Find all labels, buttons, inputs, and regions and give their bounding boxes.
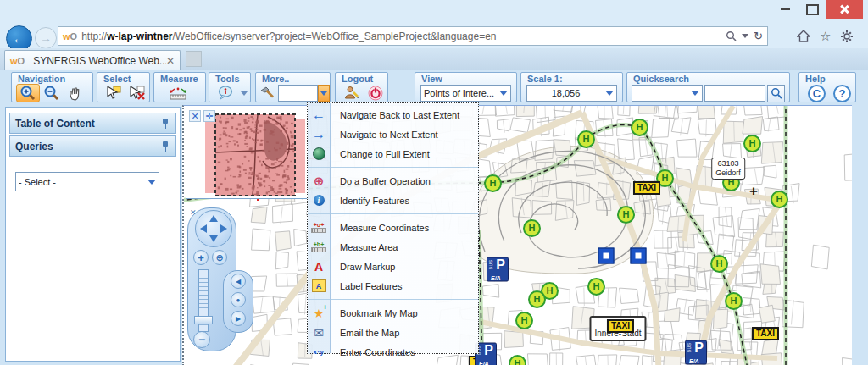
contact-button[interactable]: C (808, 85, 826, 102)
site-favicon: wO (63, 31, 77, 41)
bus-stop-marker[interactable]: H (515, 312, 533, 329)
tab-close-icon[interactable]: ✕ (166, 55, 175, 67)
menu-item-measure-area[interactable]: Measure Area (308, 237, 478, 257)
tools-dropdown-icon[interactable] (241, 91, 248, 96)
menu-item-bookmark[interactable]: Bookmark My Map (308, 303, 478, 323)
taxi-stand-marker[interactable]: TAXI (752, 327, 779, 340)
menu-item-label: Change to Full Extent (340, 149, 430, 159)
browser-tab[interactable]: wO SYNERGIS WebOffice Web... ✕ (4, 50, 181, 70)
forward-button[interactable]: → (35, 27, 57, 49)
bus-stop-marker[interactable]: H (528, 290, 546, 308)
menu-item-buffer[interactable]: Do a Buffer Operation (308, 171, 478, 191)
toolbar-section-quicksearch: Quicksearch (626, 72, 790, 102)
pan-up-icon[interactable] (209, 215, 218, 222)
toolbar-section-logout: Logout (335, 72, 388, 102)
bus-stop-marker[interactable]: H (631, 119, 648, 136)
user-login-button[interactable] (340, 84, 364, 102)
favorites-star-icon[interactable]: ☆ (820, 29, 831, 44)
full-extent-pad-button[interactable]: ⊕ (212, 250, 227, 265)
toolbar-section-scale: Scale 1: 18,056 (520, 72, 623, 102)
settings-gear-icon[interactable] (840, 30, 854, 43)
maximize-icon[interactable] (800, 0, 824, 19)
toolbar-section-help: Help C ? (798, 72, 856, 102)
previous-extent-pad-button[interactable]: ◀ (231, 274, 246, 289)
zoom-out-pad-button[interactable]: − (193, 331, 210, 348)
menu-item-navigate-next[interactable]: Navigate to Next Extent (308, 124, 478, 144)
next-extent-pad-button[interactable]: ▶ (231, 311, 246, 326)
bus-stop-marker[interactable]: H (523, 219, 541, 237)
bus-stop-marker[interactable]: H (743, 135, 761, 152)
menu-item-draw-markup[interactable]: Draw Markup (308, 257, 478, 276)
info-balloon-button[interactable] (214, 84, 237, 102)
pin-icon[interactable] (160, 118, 170, 130)
home-icon[interactable] (797, 30, 810, 42)
toolbar-section-select: Select (97, 72, 150, 102)
url-text: http://w-lap-wintner/WebOffice/synserver… (81, 30, 496, 42)
taxi-stand-marker[interactable]: TAXI (633, 181, 660, 195)
more-dropdown-button[interactable] (318, 85, 330, 102)
minimize-icon[interactable] (773, 0, 797, 19)
station-marker[interactable] (631, 248, 647, 264)
bus-stop-marker[interactable]: H (771, 191, 788, 208)
logout-power-button[interactable] (364, 84, 387, 102)
quicksearch-category-select[interactable] (632, 85, 703, 102)
zoom-slider-handle[interactable] (194, 316, 213, 324)
measure-line-button[interactable] (166, 84, 190, 102)
email-icon (308, 326, 330, 340)
bus-stop-marker[interactable]: H (617, 206, 635, 224)
tab-title: SYNERGIS WebOffice Web... (33, 55, 166, 67)
bus-stop-marker[interactable]: H (587, 278, 605, 296)
address-bar[interactable]: wO http://w-lap-wintner/WebOffice/synser… (58, 26, 768, 46)
search-icon[interactable] (726, 30, 737, 41)
menu-item-navigate-back[interactable]: Navigate Back to Last Extent (308, 105, 478, 124)
pan-down-icon[interactable] (209, 235, 218, 242)
panel-header-table-of-content[interactable]: Table of Content (9, 113, 176, 134)
select-features-button[interactable] (102, 84, 125, 102)
navwidget-close-icon[interactable]: ✕ (190, 208, 197, 217)
center-pad-button[interactable]: ● (231, 292, 246, 307)
view-select[interactable]: Points of Intere... (420, 85, 511, 102)
bus-stop-marker[interactable]: H (725, 292, 743, 310)
zoom-in-button[interactable] (16, 84, 40, 102)
zoom-out-button[interactable] (40, 84, 64, 102)
overview-close-icon[interactable]: ✕ (189, 110, 201, 122)
pan-dpad[interactable] (195, 210, 232, 247)
pan-hand-button[interactable] (64, 84, 87, 102)
menu-item-measure-coordinates[interactable]: Measure Coordinates (308, 218, 478, 237)
bus-parking-sign[interactable]: BUSPE/A (487, 257, 509, 282)
bus-stop-marker[interactable]: H (509, 355, 526, 365)
help-button[interactable]: ? (833, 85, 851, 102)
quicksearch-search-button[interactable] (767, 85, 785, 102)
pan-left-icon[interactable] (200, 224, 207, 233)
zoom-in-pad-button[interactable]: + (193, 250, 209, 265)
close-window-icon[interactable] (826, 0, 863, 19)
menu-item-enter-coordinates[interactable]: Enter Coordinates (308, 342, 478, 362)
measure-area-icon (308, 241, 330, 252)
overview-map-panel[interactable]: ✕ ✛ (186, 108, 309, 199)
menu-item-label: Identify Features (340, 196, 409, 206)
bus-stop-marker[interactable]: H (484, 174, 502, 192)
clear-selection-button[interactable] (125, 84, 149, 102)
menu-item-label-features[interactable]: Label Features (308, 276, 478, 296)
scale-input[interactable]: 18,056 (526, 85, 617, 102)
pan-right-icon[interactable] (220, 224, 227, 233)
toolbar-section-view: View Points of Intere... (415, 72, 517, 102)
address-dropdown-icon[interactable] (742, 34, 748, 38)
menu-item-identify[interactable]: Identify Features (308, 191, 478, 210)
new-tab-button[interactable] (186, 51, 202, 67)
refresh-icon[interactable]: ↻ (754, 30, 763, 42)
panel-header-queries[interactable]: Queries (9, 135, 176, 157)
query-select[interactable]: - Select - (15, 172, 159, 191)
more-tools-combobox[interactable] (278, 85, 318, 102)
pin-icon[interactable] (160, 141, 170, 152)
bus-stop-marker[interactable]: H (710, 255, 728, 273)
bus-parking-sign[interactable]: BUSPE/A (685, 340, 707, 365)
station-marker[interactable] (598, 248, 615, 264)
quicksearch-input[interactable] (704, 85, 765, 102)
overview-move-icon[interactable]: ✛ (203, 110, 215, 122)
bus-stop-marker[interactable]: H (577, 130, 595, 148)
menu-item-email[interactable]: Email the Map (308, 323, 478, 342)
hammer-tools-icon[interactable] (259, 84, 275, 102)
taxi-stand-marker[interactable]: TAXI (607, 319, 634, 333)
menu-item-full-extent[interactable]: Change to Full Extent (308, 144, 478, 163)
